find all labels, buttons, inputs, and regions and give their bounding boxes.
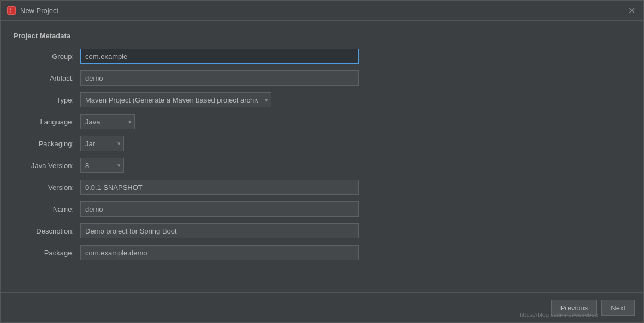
description-input[interactable]: [80, 223, 359, 238]
java-version-select-wrapper: 8 11 17 21: [80, 158, 124, 173]
java-version-row: Java Version: 8 11 17 21: [14, 158, 630, 173]
language-select[interactable]: Java Kotlin Groovy: [80, 114, 135, 129]
packaging-select[interactable]: Jar War: [80, 136, 124, 151]
type-select[interactable]: Maven Project (Generate a Maven based pr…: [80, 92, 271, 107]
package-input[interactable]: [80, 245, 359, 260]
packaging-row: Packaging: Jar War: [14, 136, 630, 151]
group-row: Group:: [14, 49, 630, 64]
java-version-label: Java Version:: [14, 162, 74, 170]
svg-text:!: !: [9, 8, 11, 14]
language-label: Language:: [14, 118, 74, 126]
packaging-label: Packaging:: [14, 140, 74, 148]
version-row: Version:: [14, 180, 630, 195]
description-label: Description:: [14, 227, 74, 235]
artifact-row: Artifact:: [14, 70, 630, 86]
name-input[interactable]: [80, 201, 359, 217]
package-label: Package:: [14, 249, 74, 257]
java-version-select[interactable]: 8 11 17 21: [80, 158, 124, 173]
artifact-input[interactable]: [80, 70, 359, 86]
artifact-label: Artifact:: [14, 74, 74, 82]
close-button[interactable]: ✕: [626, 5, 637, 16]
title-bar: ! New Project ✕: [1, 1, 643, 21]
type-select-wrapper: Maven Project (Generate a Maven based pr…: [80, 92, 271, 107]
watermark: https://blog.csdn.net/codebeef: [519, 312, 600, 318]
app-icon: !: [7, 6, 16, 15]
description-row: Description:: [14, 223, 630, 238]
version-input[interactable]: [80, 180, 359, 195]
name-row: Name:: [14, 201, 630, 217]
group-label: Group:: [14, 52, 74, 61]
language-select-wrapper: Java Kotlin Groovy: [80, 114, 135, 129]
section-title: Project Metadata: [14, 32, 630, 40]
type-row: Type: Maven Project (Generate a Maven ba…: [14, 92, 630, 107]
dialog-footer: Previous Next https://blog.csdn.net/code…: [1, 292, 643, 322]
name-label: Name:: [14, 205, 74, 213]
version-label: Version:: [14, 183, 74, 192]
next-button[interactable]: Next: [601, 300, 635, 316]
new-project-dialog: ! New Project ✕ Project Metadata Group: …: [0, 0, 644, 323]
package-row: Package:: [14, 245, 630, 260]
group-input[interactable]: [80, 49, 359, 64]
dialog-title: New Project: [20, 7, 622, 15]
type-label: Type:: [14, 96, 74, 104]
language-row: Language: Java Kotlin Groovy: [14, 114, 630, 129]
dialog-content: Project Metadata Group: Artifact: Type: …: [1, 21, 643, 292]
packaging-select-wrapper: Jar War: [80, 136, 124, 151]
